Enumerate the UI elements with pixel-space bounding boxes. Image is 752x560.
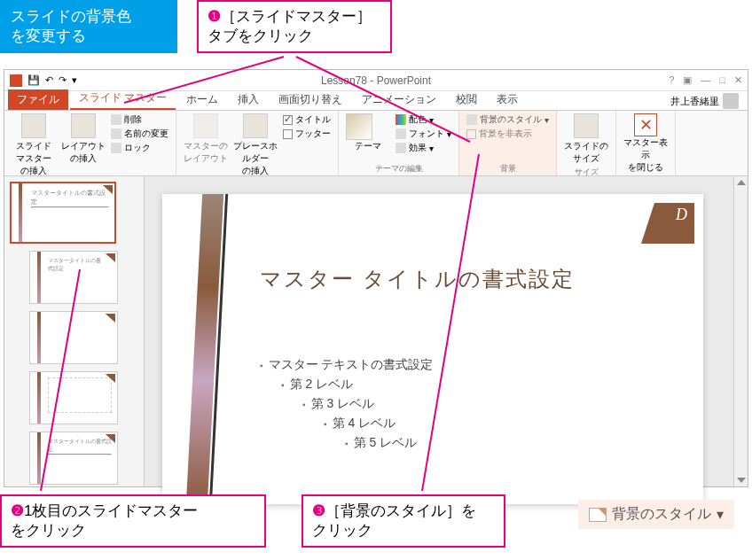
rename-button[interactable]: 名前の変更 — [111, 128, 168, 140]
tab-home[interactable]: ホーム — [177, 89, 227, 110]
group-close: ✕マスター表示 を閉じる 閉じる — [616, 111, 676, 175]
list-item: 第 3 レベル — [260, 396, 433, 412]
redo-icon[interactable]: ↷ — [59, 74, 67, 86]
fonts-button[interactable]: フォント ▾ — [396, 128, 451, 140]
maximize-icon[interactable]: □ — [719, 74, 725, 86]
user-account[interactable]: 井上香緒里 — [670, 93, 739, 109]
callout-title: スライドの背景色 を変更する — [0, 0, 177, 53]
ribbon-tabs: ファイル スライド マスター ホーム 挿入 画面切り替え アニメーション 校閲 … — [4, 91, 748, 111]
list-item: 第 2 レベル — [260, 377, 433, 393]
tab-file[interactable]: ファイル — [8, 89, 68, 110]
tab-review[interactable]: 校閲 — [447, 89, 486, 110]
bg-style-icon — [466, 114, 477, 125]
undo-icon[interactable]: ↶ — [45, 74, 53, 86]
group-edit-theme: テーマ 配色 ▾ フォント ▾ 効果 ▾ テーマの編集 — [339, 111, 459, 175]
master-thumbnail-1[interactable]: 1 マスタータイトルの書式設定 — [10, 182, 116, 244]
quick-access-toolbar: 💾 ↶ ↷ ▾ — [4, 74, 82, 87]
insert-placeholder-button[interactable]: プレースホルダー の挿入 — [233, 113, 278, 177]
rename-icon — [111, 128, 121, 139]
tab-transitions[interactable]: 画面切り替え — [270, 89, 351, 110]
title-checkbox[interactable]: タイトル — [283, 113, 331, 126]
fonts-icon — [396, 128, 406, 139]
slide-size-button[interactable]: スライドの サイズ — [564, 113, 608, 165]
insert-slide-master-button[interactable]: スライド マスター の挿入 — [12, 113, 56, 177]
group-size: スライドの サイズ サイズ — [557, 111, 616, 175]
tab-slide-master[interactable]: スライド マスター — [70, 88, 176, 110]
corner-badge — [641, 203, 694, 244]
list-item: 第 5 レベル — [260, 435, 433, 451]
bg-style-icon — [589, 508, 607, 522]
ribbon: スライド マスター の挿入 レイアウト の挿入 削除 名前の変更 ロック マスタ… — [4, 111, 748, 176]
close-master-view-button[interactable]: ✕マスター表示 を閉じる — [623, 113, 668, 174]
master-title-placeholder[interactable]: マスター タイトルの書式設定 — [260, 265, 575, 293]
layout-thumbnail[interactable]: マスタータイトルの書式設定 — [29, 251, 118, 304]
footer-checkbox[interactable]: フッター — [283, 128, 331, 140]
app-icon — [10, 74, 22, 87]
slide-editor[interactable]: マスター タイトルの書式設定 マスター テキストの書式設定 第 2 レベル 第 … — [145, 176, 733, 486]
themes-button[interactable]: テーマ — [346, 113, 390, 152]
list-item: 第 4 レベル — [260, 416, 433, 432]
help-icon[interactable]: ? — [669, 74, 674, 86]
preserve-button[interactable]: ロック — [111, 142, 168, 154]
vertical-scrollbar[interactable] — [733, 176, 748, 486]
group-background: 背景のスタイル ▾ 背景を非表示 背景 — [459, 111, 557, 175]
thumbnail-pane[interactable]: 1 マスタータイトルの書式設定 マスタータイトルの書式設定 マスタータイトルの書… — [4, 176, 145, 486]
window-title: Lesson78 - PowerPoint — [321, 74, 431, 87]
master-text-placeholder[interactable]: マスター テキストの書式設定 第 2 レベル 第 3 レベル 第 4 レベル 第… — [260, 354, 433, 455]
callout-1: ❶［スライドマスター］ タブをクリック — [197, 0, 392, 53]
tab-insert[interactable]: 挿入 — [229, 89, 268, 110]
callout-2: ❷1枚目のスライドマスター をクリック — [0, 494, 266, 548]
tab-animations[interactable]: アニメーション — [353, 89, 445, 110]
colors-button[interactable]: 配色 ▾ — [396, 113, 451, 126]
insert-layout-button[interactable]: レイアウト の挿入 — [61, 113, 106, 165]
minimize-icon[interactable]: — — [701, 74, 710, 86]
effects-icon — [396, 143, 406, 153]
ribbon-options-icon[interactable]: ▣ — [683, 74, 692, 86]
lock-icon — [111, 143, 121, 153]
background-styles-highlight: 背景のスタイル ▾ — [578, 500, 734, 529]
close-icon[interactable]: ✕ — [734, 74, 742, 86]
tab-view[interactable]: 表示 — [488, 89, 527, 110]
delete-button[interactable]: 削除 — [111, 113, 168, 126]
layout-thumbnail[interactable] — [29, 371, 118, 424]
delete-icon — [111, 114, 121, 125]
group-master-layout: マスターの レイアウト プレースホルダー の挿入 タイトル フッター マスター … — [176, 111, 339, 175]
callout-3: ❸［背景のスタイル］を クリック — [302, 494, 505, 548]
avatar — [723, 93, 739, 109]
effects-button[interactable]: 効果 ▾ — [396, 142, 451, 154]
layout-thumbnail[interactable] — [29, 311, 118, 364]
background-styles-button[interactable]: 背景のスタイル ▾ — [466, 113, 549, 126]
workspace: 1 マスタータイトルの書式設定 マスタータイトルの書式設定 マスタータイトルの書… — [4, 176, 748, 486]
save-icon[interactable]: 💾 — [27, 74, 40, 87]
master-layout-button[interactable]: マスターの レイアウト — [184, 113, 228, 165]
powerpoint-window: 💾 ↶ ↷ ▾ Lesson78 - PowerPoint ? ▣ — □ ✕ … — [4, 69, 748, 487]
layout-thumbnail[interactable]: マスタータイトルの書式設定 — [29, 432, 118, 485]
group-edit-master: スライド マスター の挿入 レイアウト の挿入 削除 名前の変更 ロック マスタ… — [4, 111, 176, 175]
list-item: マスター テキストの書式設定 — [260, 357, 433, 373]
hide-bg-checkbox[interactable]: 背景を非表示 — [466, 128, 549, 140]
start-show-icon[interactable]: ▾ — [72, 74, 77, 86]
group-label: 背景 — [466, 161, 549, 175]
slide-canvas[interactable]: マスター タイトルの書式設定 マスター テキストの書式設定 第 2 レベル 第 … — [162, 194, 703, 504]
colors-icon — [396, 114, 406, 125]
group-label: テーマの編集 — [346, 161, 451, 175]
